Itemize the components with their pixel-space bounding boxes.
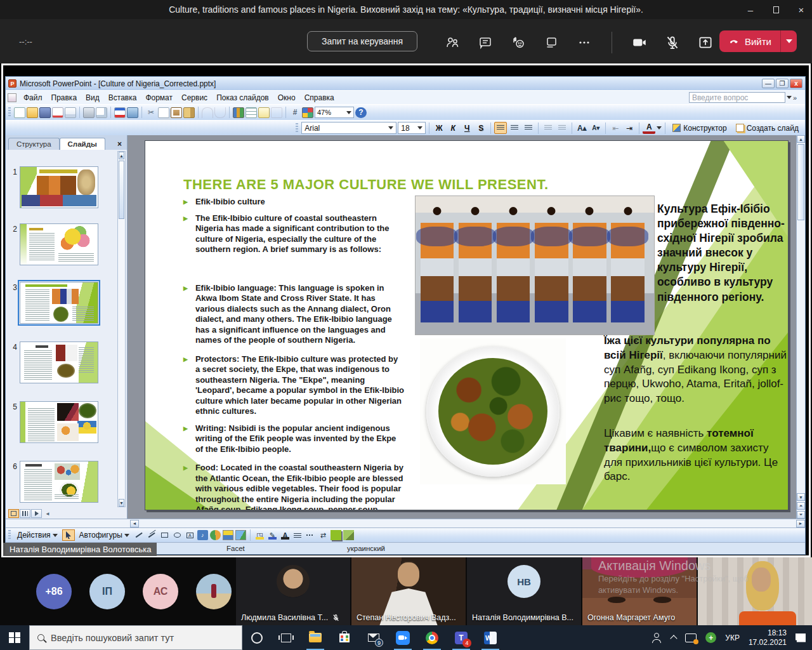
shadow-button[interactable]: S	[475, 122, 487, 134]
clipart-icon[interactable]	[223, 530, 233, 540]
maximize-icon[interactable]	[771, 5, 780, 14]
arrow-tool-icon[interactable]	[147, 530, 157, 540]
align-center-button[interactable]	[508, 122, 521, 134]
tab-slides[interactable]: Слайды	[60, 138, 105, 150]
scroll-left-icon[interactable]: ◄	[130, 520, 139, 527]
participant-tile-stepan[interactable]: Степан Несторович Вадз...	[351, 557, 466, 625]
pane-scroll-left-icon[interactable]: ◄	[45, 511, 50, 517]
task-view-button[interactable]	[272, 625, 301, 650]
new-icon[interactable]	[14, 107, 25, 118]
tray-display-icon[interactable]	[685, 633, 697, 642]
fill-color-icon[interactable]: ◳	[254, 530, 265, 540]
cortana-button[interactable]	[242, 625, 272, 650]
scrollbar-thumb[interactable]	[119, 161, 124, 219]
slide-thumbnail-5[interactable]	[20, 401, 98, 443]
arrow-style-icon[interactable]: ⇄	[318, 530, 329, 540]
tray-people-icon[interactable]	[652, 633, 662, 643]
oval-tool-icon[interactable]	[172, 530, 183, 540]
table-icon[interactable]	[246, 107, 257, 118]
slide-thumbnail-4[interactable]	[20, 342, 98, 383]
menu-slideshow[interactable]: Показ слайдов	[212, 92, 273, 103]
ppt-restore-icon[interactable]: ❐	[776, 79, 789, 88]
line-tool-icon[interactable]	[134, 530, 145, 540]
menu-insert[interactable]: Вставка	[104, 92, 141, 103]
leave-options-chevron[interactable]	[780, 30, 797, 52]
ask-question-dropdown-icon[interactable]	[787, 96, 792, 99]
slide-thumbnail-3-selected[interactable]	[20, 282, 98, 324]
print-icon[interactable]	[83, 107, 95, 118]
participant-tile-unnamed[interactable]	[698, 557, 812, 625]
font-color-dropdown-icon[interactable]	[657, 126, 662, 129]
zoom-select[interactable]: 47%	[315, 107, 354, 118]
leave-button[interactable]: Вийти	[719, 30, 797, 52]
menu-edit[interactable]: Правка	[47, 92, 82, 103]
numbered-list-button[interactable]	[542, 122, 554, 134]
font-color-button[interactable]: A	[643, 122, 655, 134]
picture-icon[interactable]	[235, 530, 246, 540]
shadow-style-icon[interactable]	[331, 530, 341, 540]
scrollbar-thumb[interactable]	[797, 144, 804, 220]
underline-button[interactable]: Ч	[461, 122, 473, 134]
scroll-up-icon[interactable]: ▲	[119, 152, 124, 159]
email-icon[interactable]	[65, 107, 76, 118]
slide-thumbnail-6[interactable]	[20, 461, 98, 503]
bullet-list-button[interactable]	[556, 122, 568, 134]
reactions-icon[interactable]	[510, 34, 527, 51]
ask-question-input[interactable]: Введите вопрос	[689, 92, 785, 103]
slide-sorter-view-button[interactable]	[20, 509, 30, 518]
cut-icon[interactable]: ✂	[145, 107, 157, 118]
media-icon[interactable]: ♪	[197, 530, 208, 540]
chart-icon[interactable]	[233, 107, 244, 118]
line-style-icon[interactable]	[292, 530, 303, 540]
select-arrow-button[interactable]	[62, 529, 75, 541]
participants-icon[interactable]	[444, 34, 461, 51]
menu-window[interactable]: Окно	[273, 92, 300, 103]
format-painter-icon[interactable]	[183, 107, 195, 118]
draw-font-color-icon[interactable]: A	[280, 530, 291, 540]
taskbar-clock[interactable]: 18:13 17.02.2021	[749, 628, 787, 647]
toolbar-overflow-icon[interactable]: »	[793, 94, 797, 102]
microsoft-store-button[interactable]	[330, 625, 359, 650]
avatar-overflow-count[interactable]: +86	[36, 574, 72, 609]
participant-tile-ogonna[interactable]: Огонна Маргарет Амуго	[582, 557, 697, 625]
chrome-button[interactable]	[417, 625, 447, 650]
request-control-button[interactable]: Запит на керування	[307, 31, 417, 51]
language-indicator[interactable]: УКР	[725, 633, 740, 642]
decrease-font-button[interactable]: A▾	[589, 122, 602, 134]
horizontal-scrollbar[interactable]: ◄ ►	[6, 519, 805, 527]
chat-icon[interactable]	[477, 34, 494, 51]
participant-tile-ludmila[interactable]: Людмила Василівна Т...	[236, 557, 350, 625]
rectangle-tool-icon[interactable]	[159, 530, 170, 540]
draw-actions-button[interactable]: Действия	[15, 530, 60, 540]
close-icon[interactable]: ×	[797, 5, 806, 14]
vertical-scrollbar[interactable]: ▲ ▼ ⏶ ⏷	[796, 135, 805, 519]
copy-icon[interactable]	[158, 107, 169, 118]
start-button[interactable]	[0, 625, 29, 650]
paste-icon[interactable]	[171, 107, 182, 118]
print-preview-icon[interactable]	[96, 107, 107, 118]
taskbar-search-input[interactable]: Введіть пошуковий запит тут	[29, 625, 242, 650]
minimize-icon[interactable]: –	[746, 5, 755, 14]
italic-button[interactable]: К	[447, 122, 459, 134]
decrease-indent-button[interactable]: ⇤	[609, 122, 622, 134]
textbox-tool-icon[interactable]: A	[185, 530, 195, 540]
autoshapes-button[interactable]: Автофигуры	[77, 530, 132, 540]
redo-icon[interactable]	[214, 107, 226, 118]
zoom-app-button[interactable]	[388, 625, 417, 650]
word-button[interactable]: W	[476, 625, 505, 650]
next-slide-icon[interactable]: ⏷	[797, 511, 805, 519]
bold-button[interactable]: Ж	[433, 122, 445, 134]
teams-button[interactable]: T 4	[447, 625, 476, 650]
color-schemes-icon[interactable]	[302, 107, 313, 118]
ppt-minimize-icon[interactable]: —	[762, 79, 775, 88]
line-color-icon[interactable]: ✎	[267, 530, 278, 540]
scroll-down-icon[interactable]: ▼	[119, 499, 124, 507]
menu-help[interactable]: Справка	[300, 92, 339, 103]
pane-close-icon[interactable]: ×	[115, 138, 124, 150]
slide-thumbnail-1[interactable]	[20, 166, 98, 208]
normal-view-button[interactable]	[8, 509, 19, 518]
ppt-close-icon[interactable]: x	[790, 79, 802, 88]
file-explorer-button[interactable]	[301, 625, 330, 650]
slideshow-view-button[interactable]	[31, 509, 42, 518]
tray-antivirus-icon[interactable]: +	[705, 632, 716, 643]
